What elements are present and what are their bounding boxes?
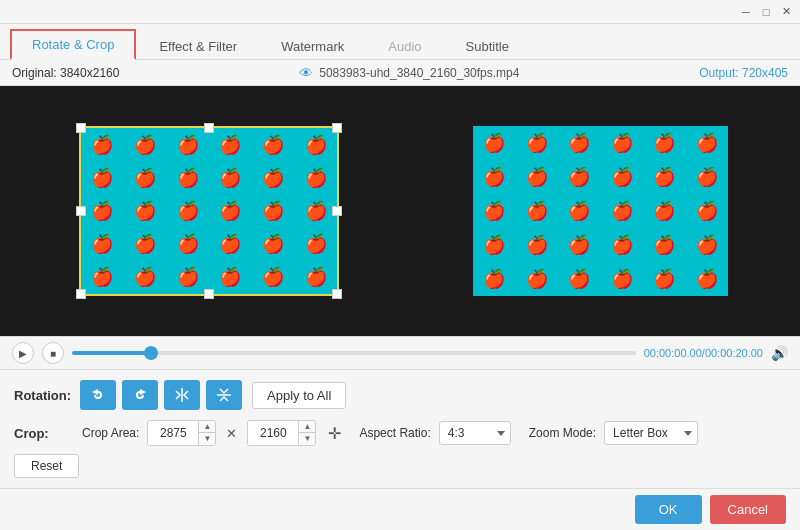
rotate-left-button[interactable] xyxy=(80,380,116,410)
original-resolution: Original: 3840x2160 xyxy=(12,66,119,80)
progress-track[interactable] xyxy=(72,351,636,355)
time-total: 00:00:20.00 xyxy=(705,347,763,359)
crop-height-up[interactable]: ▲ xyxy=(299,421,315,433)
apple-cell: 🍎 xyxy=(166,194,209,227)
apple-cell: 🍎 xyxy=(643,262,686,296)
video-panel: 🍎 🍎 🍎 🍎 🍎 🍎 🍎 🍎 🍎 🍎 🍎 🍎 🍎 🍎 🍎 🍎 xyxy=(0,86,800,336)
left-video-canvas[interactable]: 🍎 🍎 🍎 🍎 🍎 🍎 🍎 🍎 🍎 🍎 🍎 🍎 🍎 🍎 🍎 🍎 xyxy=(79,126,339,296)
apple-cell: 🍎 xyxy=(294,261,337,294)
crop-handle-middle-left[interactable] xyxy=(76,206,86,216)
apple-cell: 🍎 xyxy=(252,128,295,161)
right-video-canvas: 🍎 🍎 🍎 🍎 🍎 🍎 🍎 🍎 🍎 🍎 🍎 🍎 🍎 🍎 🍎 🍎 xyxy=(473,126,728,296)
tab-audio: Audio xyxy=(367,32,442,60)
video-right-frame: 🍎 🍎 🍎 🍎 🍎 🍎 🍎 🍎 🍎 🍎 🍎 🍎 🍎 🍎 🍎 🍎 xyxy=(441,116,761,306)
apple-cell: 🍎 xyxy=(124,261,167,294)
apple-cell: 🍎 xyxy=(686,160,729,194)
apple-cell: 🍎 xyxy=(643,126,686,160)
crop-height-input-group[interactable]: ▲ ▼ xyxy=(247,420,316,446)
apple-cell: 🍎 xyxy=(124,128,167,161)
apple-cell: 🍎 xyxy=(81,228,124,261)
progress-fill xyxy=(72,351,151,355)
rotate-right-button[interactable] xyxy=(122,380,158,410)
aspect-ratio-select[interactable]: 4:3 16:9 1:1 Free Custom xyxy=(439,421,511,445)
rotation-row: Rotation: Apply to All xyxy=(14,380,786,410)
eye-icon[interactable]: 👁 xyxy=(299,65,313,81)
close-button[interactable]: ✕ xyxy=(778,4,794,20)
apple-cell: 🍎 xyxy=(558,262,601,296)
apple-cell: 🍎 xyxy=(252,161,295,194)
reset-row: Reset xyxy=(14,454,786,478)
crop-handle-top-center[interactable] xyxy=(204,123,214,133)
stop-button[interactable]: ■ xyxy=(42,342,64,364)
apple-cell: 🍎 xyxy=(686,262,729,296)
crop-handle-bottom-center[interactable] xyxy=(204,289,214,299)
info-bar: Original: 3840x2160 👁 5083983-uhd_3840_2… xyxy=(0,60,800,86)
apple-cell: 🍎 xyxy=(166,161,209,194)
tab-subtitle[interactable]: Subtitle xyxy=(445,32,530,60)
apple-cell: 🍎 xyxy=(294,128,337,161)
apple-cell: 🍎 xyxy=(601,160,644,194)
cancel-button[interactable]: Cancel xyxy=(710,495,786,524)
video-left-frame: 🍎 🍎 🍎 🍎 🍎 🍎 🍎 🍎 🍎 🍎 🍎 🍎 🍎 🍎 🍎 🍎 xyxy=(39,116,379,306)
volume-icon[interactable]: 🔊 xyxy=(771,345,788,361)
apple-cell: 🍎 xyxy=(252,261,295,294)
apple-cell: 🍎 xyxy=(209,194,252,227)
output-resolution: Output: 720x405 xyxy=(699,66,788,80)
reset-button[interactable]: Reset xyxy=(14,454,79,478)
apple-cell: 🍎 xyxy=(601,262,644,296)
apple-cell: 🍎 xyxy=(558,228,601,262)
minimize-button[interactable]: ─ xyxy=(738,4,754,20)
move-icon[interactable]: ✛ xyxy=(328,424,341,443)
apple-cell: 🍎 xyxy=(294,194,337,227)
apple-cell: 🍎 xyxy=(643,228,686,262)
apple-cell: 🍎 xyxy=(558,194,601,228)
crop-handle-bottom-right[interactable] xyxy=(332,289,342,299)
apple-cell: 🍎 xyxy=(473,160,516,194)
flip-horizontal-button[interactable] xyxy=(164,380,200,410)
apple-cell: 🍎 xyxy=(124,228,167,261)
apple-cell: 🍎 xyxy=(209,261,252,294)
apple-cell: 🍎 xyxy=(601,194,644,228)
crop-handle-top-right[interactable] xyxy=(332,123,342,133)
crop-height-spinners: ▲ ▼ xyxy=(298,421,315,445)
apple-cell: 🍎 xyxy=(516,228,559,262)
crop-height-down[interactable]: ▼ xyxy=(299,433,315,445)
apple-cell: 🍎 xyxy=(81,128,124,161)
apply-to-all-button[interactable]: Apply to All xyxy=(252,382,346,409)
ok-button[interactable]: OK xyxy=(635,495,702,524)
crop-width-input-group[interactable]: ▲ ▼ xyxy=(147,420,216,446)
play-button[interactable]: ▶ xyxy=(12,342,34,364)
zoom-mode-select[interactable]: Letter Box Pan & Scan Full xyxy=(604,421,698,445)
crop-handle-bottom-left[interactable] xyxy=(76,289,86,299)
progress-thumb xyxy=(144,346,158,360)
crop-width-up[interactable]: ▲ xyxy=(199,421,215,433)
apple-cell: 🍎 xyxy=(643,160,686,194)
apple-cell: 🍎 xyxy=(473,126,516,160)
apple-cell: 🍎 xyxy=(516,126,559,160)
apple-cell: 🍎 xyxy=(166,128,209,161)
crop-label: Crop: xyxy=(14,426,74,441)
apple-cell: 🍎 xyxy=(686,194,729,228)
tab-bar: Rotate & Crop Effect & Filter Watermark … xyxy=(0,24,800,60)
tab-rotate-crop[interactable]: Rotate & Crop xyxy=(10,29,136,60)
maximize-button[interactable]: □ xyxy=(758,4,774,20)
crop-width-input[interactable] xyxy=(148,421,198,445)
apple-cell: 🍎 xyxy=(252,228,295,261)
apple-cell: 🍎 xyxy=(601,228,644,262)
apple-cell: 🍎 xyxy=(294,228,337,261)
apple-cell: 🍎 xyxy=(209,161,252,194)
filename-label: 5083983-uhd_3840_2160_30fps.mp4 xyxy=(319,66,519,80)
tab-watermark[interactable]: Watermark xyxy=(260,32,365,60)
crop-width-down[interactable]: ▼ xyxy=(199,433,215,445)
playback-bar: ▶ ■ 00:00:00.00/00:00:20.00 🔊 xyxy=(0,336,800,370)
flip-vertical-button[interactable] xyxy=(206,380,242,410)
apple-cell: 🍎 xyxy=(601,126,644,160)
crop-height-input[interactable] xyxy=(248,421,298,445)
apple-cell: 🍎 xyxy=(252,194,295,227)
apple-cell: 🍎 xyxy=(124,161,167,194)
tab-effect-filter[interactable]: Effect & Filter xyxy=(138,32,258,60)
apple-cell: 🍎 xyxy=(209,228,252,261)
crop-handle-top-left[interactable] xyxy=(76,123,86,133)
crop-handle-middle-right[interactable] xyxy=(332,206,342,216)
apple-cell: 🍎 xyxy=(516,262,559,296)
